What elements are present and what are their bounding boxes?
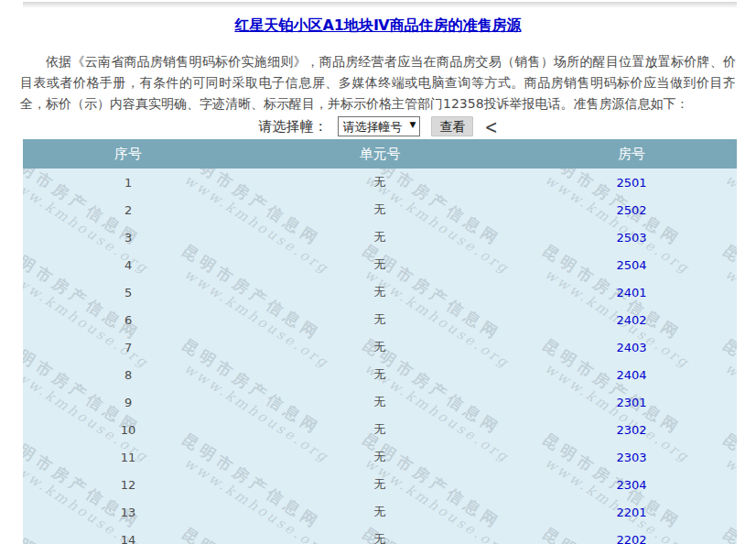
row-index-cell: 11 xyxy=(23,451,233,464)
row-index-cell: 9 xyxy=(23,396,233,409)
unit-cell: 无 xyxy=(233,311,526,328)
back-arrow[interactable]: < xyxy=(484,115,497,138)
room-link[interactable]: 2402 xyxy=(616,313,646,327)
unit-cell: 无 xyxy=(233,229,526,245)
room-link[interactable]: 2504 xyxy=(616,258,646,272)
page: 红星天铂小区A1地块Ⅳ商品住房的准售房源 依据《云南省商品房销售明码标价实施细则… xyxy=(0,0,756,544)
table-row: 10 无 2302 xyxy=(23,416,737,443)
page-title[interactable]: 红星天铂小区A1地块Ⅳ商品住房的准售房源 xyxy=(0,16,756,36)
table-row: 8 无 2404 xyxy=(23,361,737,388)
room-link[interactable]: 2301 xyxy=(616,396,646,409)
building-select[interactable]: 请选择幢号 xyxy=(338,116,420,136)
unit-cell: 无 xyxy=(233,201,526,218)
table-row: 4 无 2504 xyxy=(23,251,737,278)
table-header-row: 序号 单元号 房号 xyxy=(23,139,737,169)
unit-cell: 无 xyxy=(233,174,526,190)
table-row: 5 无 2401 xyxy=(23,278,737,306)
row-index-cell: 5 xyxy=(23,286,233,299)
room-link[interactable]: 2202 xyxy=(616,533,646,544)
building-select-wrap: 请选择幢号 ▼ xyxy=(338,116,420,136)
table-row: 12 无 2304 xyxy=(23,471,737,498)
table-row: 2 无 2502 xyxy=(23,196,737,223)
unit-cell: 无 xyxy=(233,256,526,273)
room-link[interactable]: 2502 xyxy=(616,203,646,217)
row-index-cell: 13 xyxy=(23,506,233,519)
row-index-cell: 3 xyxy=(23,231,233,245)
room-link[interactable]: 2403 xyxy=(616,341,646,354)
select-building-label: 请选择幢： xyxy=(258,118,327,136)
table-row: 11 无 2303 xyxy=(23,443,737,471)
column-header-index: 序号 xyxy=(23,146,233,163)
row-index-cell: 7 xyxy=(23,341,233,354)
column-header-unit: 单元号 xyxy=(233,146,526,163)
room-link[interactable]: 2303 xyxy=(616,451,646,464)
room-link[interactable]: 2302 xyxy=(616,423,646,437)
room-link[interactable]: 2404 xyxy=(616,368,646,382)
unit-cell: 无 xyxy=(233,449,526,465)
row-index-cell: 8 xyxy=(23,368,233,382)
unit-cell: 无 xyxy=(233,531,526,544)
notice-text: 依据《云南省商品房销售明码标价实施细则》，商品房经营者应当在商品房交易（销售）场… xyxy=(20,51,736,114)
unit-cell: 无 xyxy=(233,421,526,438)
controls-row: 请选择幢： 请选择幢号 ▼ 查看 < xyxy=(0,115,756,137)
room-link[interactable]: 2201 xyxy=(616,506,646,519)
room-link[interactable]: 2501 xyxy=(616,176,646,190)
table-row: 7 无 2403 xyxy=(23,333,737,361)
table-row: 9 无 2301 xyxy=(23,388,737,416)
unit-cell: 无 xyxy=(233,394,526,410)
unit-cell: 无 xyxy=(233,284,526,300)
column-header-room: 房号 xyxy=(526,146,737,163)
view-button[interactable]: 查看 xyxy=(431,116,473,136)
table-body: 1 无 2501 2 无 2502 3 无 2503 4 无 2504 5 无 … xyxy=(23,169,737,544)
row-index-cell: 12 xyxy=(23,478,233,492)
unit-cell: 无 xyxy=(233,366,526,383)
room-link[interactable]: 2503 xyxy=(616,231,646,245)
table-row: 1 无 2501 xyxy=(23,169,737,196)
row-index-cell: 2 xyxy=(23,203,233,217)
row-index-cell: 6 xyxy=(23,313,233,327)
room-link[interactable]: 2304 xyxy=(616,478,646,492)
unit-cell: 无 xyxy=(233,476,526,493)
table-row: 13 无 2201 xyxy=(23,498,737,526)
row-index-cell: 10 xyxy=(23,423,233,437)
top-divider xyxy=(23,2,737,8)
row-index-cell: 1 xyxy=(23,176,233,190)
table-row: 14 无 2202 xyxy=(23,526,737,544)
table-row: 6 无 2402 xyxy=(23,306,737,333)
row-index-cell: 14 xyxy=(23,533,233,544)
row-index-cell: 4 xyxy=(23,258,233,272)
unit-cell: 无 xyxy=(233,504,526,520)
unit-cell: 无 xyxy=(233,339,526,355)
table-row: 3 无 2503 xyxy=(23,223,737,251)
room-link[interactable]: 2401 xyxy=(616,286,646,299)
